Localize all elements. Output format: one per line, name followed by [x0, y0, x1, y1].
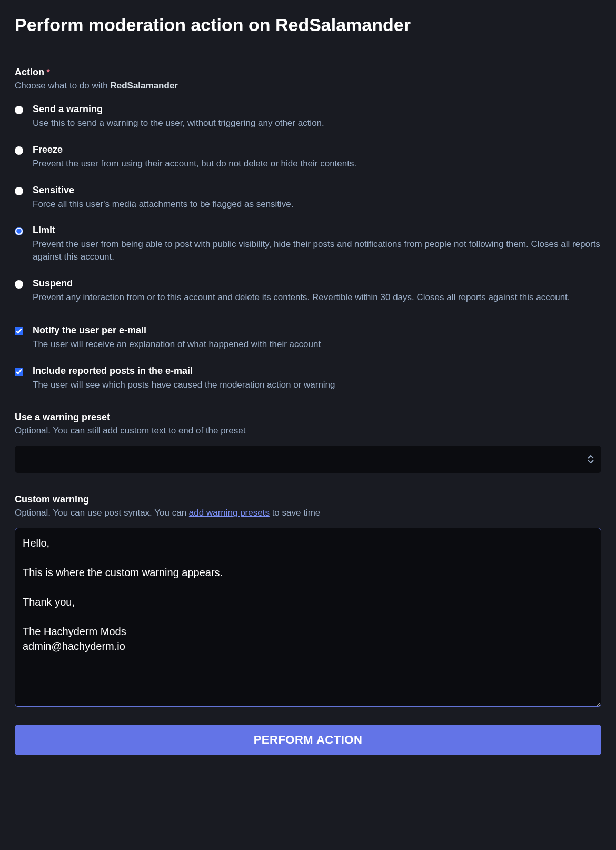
- warning-preset-select[interactable]: [15, 446, 601, 473]
- radio-label: Freeze: [33, 144, 601, 155]
- action-hint: Choose what to do with RedSalamander: [15, 81, 601, 91]
- custom-warning-block: Custom warning Optional. You can use pos…: [15, 494, 601, 709]
- preset-label: Use a warning preset: [15, 412, 601, 423]
- action-section: Action * Choose what to do with RedSalam…: [15, 67, 601, 304]
- include-posts-checkbox[interactable]: [15, 368, 23, 376]
- action-option-freeze[interactable]: Freeze Prevent the user from using their…: [15, 144, 601, 170]
- notify-user-checkbox[interactable]: [15, 327, 23, 335]
- checkbox-label: Include reported posts in the e-mail: [33, 365, 601, 377]
- add-warning-presets-link[interactable]: add warning presets: [189, 508, 270, 518]
- radio-desc: Prevent the user from being able to post…: [33, 238, 601, 263]
- radio-desc: Use this to send a warning to the user, …: [33, 117, 601, 130]
- include-posts-checkbox-row[interactable]: Include reported posts in the e-mail The…: [15, 365, 601, 391]
- action-option-limit[interactable]: Limit Prevent the user from being able t…: [15, 225, 601, 263]
- radio-freeze[interactable]: [15, 146, 23, 155]
- radio-label: Suspend: [33, 278, 601, 289]
- radio-warning[interactable]: [15, 106, 23, 114]
- checkbox-label: Notify the user per e-mail: [33, 325, 601, 336]
- action-option-warning[interactable]: Send a warning Use this to send a warnin…: [15, 104, 601, 130]
- preset-hint: Optional. You can still add custom text …: [15, 426, 601, 436]
- action-option-suspend[interactable]: Suspend Prevent any interaction from or …: [15, 278, 601, 304]
- radio-label: Send a warning: [33, 104, 601, 115]
- warning-preset-block: Use a warning preset Optional. You can s…: [15, 412, 601, 473]
- notify-user-checkbox-row[interactable]: Notify the user per e-mail The user will…: [15, 325, 601, 351]
- action-option-sensitive[interactable]: Sensitive Force all this user's media at…: [15, 185, 601, 211]
- required-indicator: *: [46, 68, 49, 77]
- action-radio-group: Send a warning Use this to send a warnin…: [15, 104, 601, 304]
- radio-desc: Force all this user's media attachments …: [33, 198, 601, 211]
- action-label: Action: [15, 67, 44, 77]
- page-title: Perform moderation action on RedSalamand…: [15, 15, 601, 35]
- radio-suspend[interactable]: [15, 280, 23, 289]
- radio-label: Limit: [33, 225, 601, 236]
- radio-limit[interactable]: [15, 227, 23, 235]
- radio-desc: Prevent any interaction from or to this …: [33, 291, 601, 304]
- radio-label: Sensitive: [33, 185, 601, 196]
- perform-action-button[interactable]: Perform Action: [15, 725, 601, 755]
- custom-hint: Optional. You can use post syntax. You c…: [15, 508, 601, 518]
- custom-warning-textarea[interactable]: [15, 528, 601, 707]
- radio-sensitive[interactable]: [15, 187, 23, 195]
- checkbox-desc: The user will receive an explanation of …: [33, 338, 601, 351]
- custom-label: Custom warning: [15, 494, 601, 505]
- radio-desc: Prevent the user from using their accoun…: [33, 157, 601, 170]
- checkbox-desc: The user will see which posts have cause…: [33, 379, 601, 391]
